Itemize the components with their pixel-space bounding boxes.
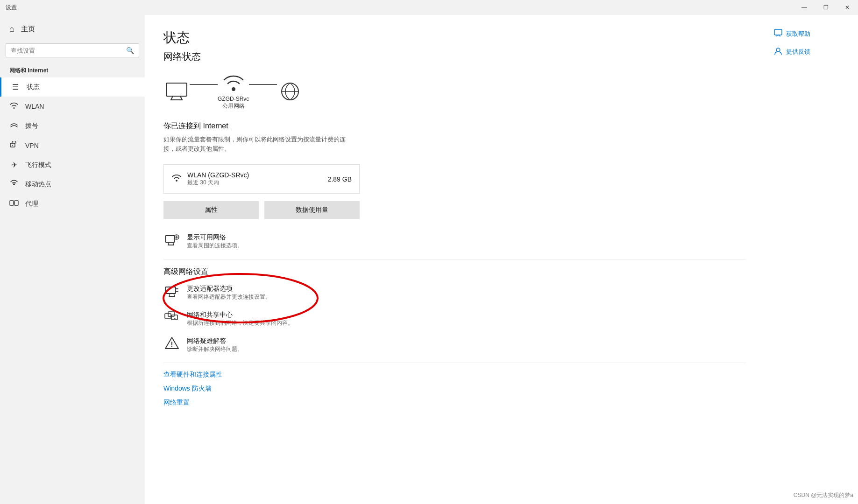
app-container: ⌂ 主页 🔍 网络和 Internet ☰ 状态 WLAN <box>0 15 858 504</box>
feedback-icon <box>774 47 782 57</box>
wlan-card-data: 2.89 GB <box>328 175 352 183</box>
main-content: 状态 网络状态 GZGD-SRvc 公用网络 <box>145 15 765 504</box>
wlan-card-info: WLAN (GZGD-SRvc) 最近 30 天内 <box>187 171 249 187</box>
pc-node <box>163 81 190 102</box>
wifi-type-label: 公用网络 <box>218 102 249 110</box>
title-bar-controls: — ❐ ✕ <box>794 0 858 15</box>
divider-1 <box>163 259 746 259</box>
feedback-link[interactable]: 提供反馈 <box>774 47 849 57</box>
sidebar-item-status[interactable]: ☰ 状态 <box>0 77 145 97</box>
sidebar-item-wlan[interactable]: WLAN <box>0 97 145 116</box>
show-networks-item[interactable]: 显示可用网络 查看周围的连接选项。 <box>163 233 746 250</box>
pc-icon <box>163 81 190 102</box>
globe-icon <box>277 81 303 102</box>
svg-point-1 <box>12 145 13 146</box>
wlan-card-name: WLAN (GZGD-SRvc) <box>187 171 249 179</box>
divider-2 <box>163 363 746 363</box>
minimize-button[interactable]: — <box>794 0 815 15</box>
wifi-node: GZGD-SRvc 公用网络 <box>218 72 249 110</box>
sharing-center-icon <box>163 310 180 327</box>
wlan-card-top: WLAN (GZGD-SRvc) 最近 30 天内 2.89 GB <box>171 171 352 187</box>
adapter-options-item[interactable]: 更改适配器选项 查看网络适配器并更改连接设置。 <box>163 284 271 301</box>
data-usage-button[interactable]: 数据使用量 <box>264 201 360 219</box>
sidebar-home-item[interactable]: ⌂ 主页 <box>0 19 145 40</box>
close-button[interactable]: ✕ <box>837 0 858 15</box>
restore-button[interactable]: ❐ <box>815 0 837 15</box>
sidebar-item-label-hotspot: 移动热点 <box>25 180 51 189</box>
right-panel: 获取帮助 提供反馈 <box>765 15 858 504</box>
connected-title: 你已连接到 Internet <box>163 121 746 131</box>
sidebar-item-vpn[interactable]: VPN <box>0 136 145 155</box>
sidebar-section-title: 网络和 Internet <box>0 61 145 77</box>
sidebar-item-label-status: 状态 <box>27 83 40 91</box>
sidebar-item-label-wlan: WLAN <box>25 103 44 110</box>
firewall-link[interactable]: Windows 防火墙 <box>163 385 746 393</box>
get-help-link[interactable]: 获取帮助 <box>774 29 849 39</box>
title-bar-title: 设置 <box>6 4 17 12</box>
sidebar-item-label-dialup: 拨号 <box>25 122 38 130</box>
svg-rect-11 <box>165 287 176 294</box>
troubleshoot-desc: 诊断并解决网络问题。 <box>187 345 243 353</box>
title-bar-left: 设置 <box>6 4 17 12</box>
network-status-title: 网络状态 <box>163 50 746 63</box>
search-box: 🔍 <box>6 43 139 57</box>
troubleshoot-icon <box>163 336 180 353</box>
get-help-label: 获取帮助 <box>786 30 810 38</box>
adapter-options-desc: 查看网络适配器并更改连接设置。 <box>187 293 271 301</box>
wlan-icon <box>9 102 19 111</box>
status-icon: ☰ <box>11 83 20 91</box>
wlan-card-sublabel: 最近 30 天内 <box>187 179 249 187</box>
advanced-title: 高级网络设置 <box>163 267 746 277</box>
show-networks-text: 显示可用网络 查看周围的连接选项。 <box>187 233 243 250</box>
sidebar-item-dialup[interactable]: 拨号 <box>0 116 145 136</box>
line-1 <box>190 84 218 85</box>
svg-rect-17 <box>774 29 782 35</box>
sidebar-item-label-vpn: VPN <box>25 142 39 149</box>
sharing-center-desc: 根据所连接到的网络，决定要共享的内容。 <box>187 319 293 327</box>
feedback-label: 提供反馈 <box>786 48 810 56</box>
svg-point-8 <box>176 180 177 182</box>
wifi-diagram-icon <box>220 72 247 93</box>
watermark: CSDN @无法实现的梦a <box>794 491 853 499</box>
svg-rect-9 <box>165 236 175 242</box>
connected-desc: 如果你的流量套餐有限制，则你可以将此网络设置为按流量计费的连接，或者更改其他属性… <box>163 135 350 153</box>
airplane-icon: ✈ <box>9 161 19 169</box>
sidebar: ⌂ 主页 🔍 网络和 Internet ☰ 状态 WLAN <box>0 15 145 504</box>
svg-rect-3 <box>10 201 14 205</box>
sharing-center-item[interactable]: 网络和共享中心 根据所连接到的网络，决定要共享的内容。 <box>163 310 746 327</box>
hardware-props-link[interactable]: 查看硬件和连接属性 <box>163 371 746 379</box>
adapter-options-icon <box>163 284 180 301</box>
wifi-node-label: GZGD-SRvc 公用网络 <box>218 96 249 110</box>
search-button[interactable]: 🔍 <box>126 47 134 54</box>
sharing-center-text: 网络和共享中心 根据所连接到的网络，决定要共享的内容。 <box>187 311 293 327</box>
sidebar-item-airplane[interactable]: ✈ 飞行模式 <box>0 155 145 175</box>
adapter-options-title: 更改适配器选项 <box>187 285 271 293</box>
line-2 <box>249 84 277 85</box>
dialup-icon <box>9 121 19 131</box>
troubleshoot-item[interactable]: 网络疑难解答 诊断并解决网络问题。 <box>163 336 746 353</box>
action-buttons: 属性 数据使用量 <box>163 201 360 219</box>
svg-point-16 <box>171 346 172 347</box>
adapter-options-wrapper: 更改适配器选项 查看网络适配器并更改连接设置。 <box>163 284 271 310</box>
hotspot-icon <box>9 180 19 189</box>
sidebar-item-proxy[interactable]: 代理 <box>0 194 145 214</box>
sidebar-item-label-airplane: 飞行模式 <box>25 161 51 169</box>
svg-point-2 <box>13 183 15 185</box>
show-networks-icon <box>163 233 180 250</box>
svg-rect-4 <box>14 201 18 205</box>
vpn-icon <box>9 141 19 150</box>
page-title: 状态 <box>163 29 746 47</box>
wlan-card-wifi-icon <box>171 174 182 184</box>
proxy-icon <box>9 199 19 209</box>
network-reset-link[interactable]: 网络重置 <box>163 399 746 407</box>
network-diagram: GZGD-SRvc 公用网络 <box>163 72 746 110</box>
search-input[interactable] <box>11 47 126 54</box>
troubleshoot-text: 网络疑难解答 诊断并解决网络问题。 <box>187 337 243 353</box>
get-help-icon <box>774 29 782 39</box>
home-label: 主页 <box>21 25 35 34</box>
home-icon: ⌂ <box>9 24 14 34</box>
svg-point-6 <box>232 87 235 91</box>
sidebar-item-hotspot[interactable]: 移动热点 <box>0 175 145 194</box>
properties-button[interactable]: 属性 <box>163 201 259 219</box>
connected-status: 你已连接到 Internet 如果你的流量套餐有限制，则你可以将此网络设置为按流… <box>163 121 746 153</box>
